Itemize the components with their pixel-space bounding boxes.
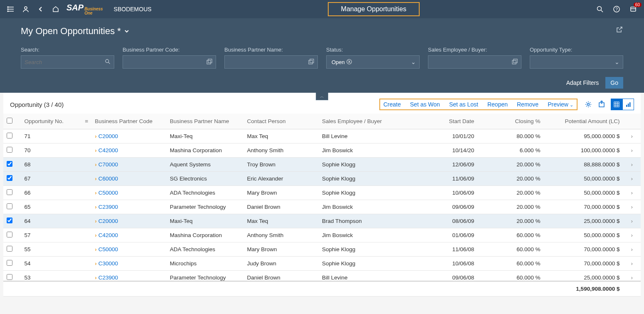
table-row[interactable]: 64›C20000Maxi-TeqMax TeqBrad Thompson08/… xyxy=(3,214,641,228)
cell-potential: 50,000.0000 $ xyxy=(543,228,623,242)
search-input[interactable] xyxy=(21,55,114,69)
cell-contact: Max Teq xyxy=(244,129,319,143)
table-view-icon[interactable] xyxy=(611,99,622,110)
bp-code-link[interactable]: ›C23900 xyxy=(95,204,118,210)
table-row[interactable]: 68›C70000Aquent SystemsTroy BrownSophie … xyxy=(3,158,641,172)
table-row[interactable]: 70›C42000Mashina CorporationAnthony Smit… xyxy=(3,143,641,158)
sap-logo: SAP BusinessOne xyxy=(66,3,103,15)
row-navigate-icon[interactable]: › xyxy=(623,143,641,158)
row-navigate-icon[interactable]: › xyxy=(623,158,641,172)
row-checkbox[interactable] xyxy=(7,133,12,138)
token-clear-icon[interactable]: ⓧ xyxy=(347,58,352,66)
bp-code-link[interactable]: ›C50000 xyxy=(95,246,118,252)
user-icon[interactable] xyxy=(22,5,30,13)
cell-bp-name: Microchips xyxy=(167,257,244,271)
value-help-icon[interactable] xyxy=(512,59,518,66)
cell-potential: 70,000.0000 $ xyxy=(543,242,623,257)
table-row[interactable]: 66›C50000ADA TechnologiesMary BrownSophi… xyxy=(3,186,641,200)
bp-code-link[interactable]: ›C42000 xyxy=(95,232,118,238)
col-contact[interactable]: Contact Person xyxy=(244,114,319,129)
col-sales-employee[interactable]: Sales Employee / Buyer xyxy=(319,114,420,129)
bp-code-link[interactable]: ›C23900 xyxy=(95,274,118,281)
table-row[interactable]: 65›C23900Parameter TechnologyDaniel Brow… xyxy=(3,200,641,214)
help-icon[interactable]: ? xyxy=(612,5,621,13)
row-checkbox[interactable] xyxy=(7,274,12,280)
row-navigate-icon[interactable]: › xyxy=(623,257,641,271)
row-checkbox[interactable] xyxy=(7,203,12,209)
row-checkbox[interactable] xyxy=(7,260,12,266)
bp-name-input[interactable] xyxy=(224,55,318,69)
menu-icon[interactable] xyxy=(7,5,15,13)
svg-rect-11 xyxy=(631,7,636,11)
value-help-icon[interactable] xyxy=(206,59,212,66)
row-navigate-icon[interactable]: › xyxy=(623,186,641,200)
bp-code-link[interactable]: ›C60000 xyxy=(95,176,118,182)
bp-code-link[interactable]: ›C30000 xyxy=(95,260,118,267)
create-button[interactable]: Create xyxy=(383,101,401,108)
table-row[interactable]: 53›C23900Parameter TechnologyDaniel Brow… xyxy=(3,271,641,281)
cell-contact: Daniel Brown xyxy=(244,271,319,281)
row-navigate-icon[interactable]: › xyxy=(623,271,641,281)
col-opportunity-no[interactable]: Opportunity No. ≡ xyxy=(21,114,91,129)
row-navigate-icon[interactable]: › xyxy=(623,228,641,242)
adapt-filters-button[interactable]: Adapt Filters xyxy=(566,79,599,86)
row-navigate-icon[interactable]: › xyxy=(623,214,641,228)
cell-opportunity-no: 71 xyxy=(21,129,91,143)
cell-bp-name: Mashina Corporation xyxy=(167,143,244,158)
bp-code-link[interactable]: ›C50000 xyxy=(95,190,118,196)
bp-code-link[interactable]: ›C20000 xyxy=(95,133,118,139)
opportunity-type-select[interactable]: ⌄ xyxy=(530,55,623,69)
cell-sales-employee: Brad Thompson xyxy=(319,214,420,228)
bp-code-link[interactable]: ›C70000 xyxy=(95,161,118,168)
row-checkbox[interactable] xyxy=(7,218,12,223)
col-closing[interactable]: Closing % xyxy=(477,114,543,129)
bp-code-link[interactable]: ›C42000 xyxy=(95,147,118,153)
view-selector[interactable]: My Open Opportunities * xyxy=(21,26,623,37)
cell-closing: 60.000 % xyxy=(477,271,543,281)
row-checkbox[interactable] xyxy=(7,175,12,181)
table-row[interactable]: 54›C30000MicrochipsJudy BrownSophie Klog… xyxy=(3,257,641,271)
set-won-button[interactable]: Set as Won xyxy=(410,101,440,108)
go-button[interactable]: Go xyxy=(605,77,623,89)
status-token[interactable]: Open ⓧ xyxy=(330,58,354,66)
settings-icon[interactable] xyxy=(584,100,592,109)
col-start-date[interactable]: Start Date xyxy=(420,114,477,129)
sales-employee-input[interactable] xyxy=(428,55,521,69)
back-icon[interactable] xyxy=(37,5,45,13)
reopen-button[interactable]: Reopen xyxy=(487,101,508,108)
preview-button[interactable]: Preview xyxy=(548,101,573,108)
notifications-icon[interactable]: 60 xyxy=(629,5,637,13)
row-navigate-icon[interactable]: › xyxy=(623,129,641,143)
search-icon[interactable] xyxy=(596,5,604,13)
remove-button[interactable]: Remove xyxy=(517,101,538,108)
home-icon[interactable] xyxy=(52,5,60,13)
select-all-checkbox[interactable] xyxy=(7,118,12,124)
value-help-icon[interactable] xyxy=(308,59,314,66)
col-bp-code[interactable]: Business Partner Code xyxy=(91,114,166,129)
col-bp-name[interactable]: Business Partner Name xyxy=(167,114,244,129)
collapse-filter-icon[interactable]: ︿ xyxy=(316,93,328,100)
table-row[interactable]: 67›C60000SG ElectronicsEric AlexanderSop… xyxy=(3,172,641,186)
search-glyph-icon xyxy=(105,59,111,66)
share-icon[interactable] xyxy=(616,26,623,35)
export-icon[interactable] xyxy=(597,100,606,109)
set-lost-button[interactable]: Set as Lost xyxy=(449,101,478,108)
row-navigate-icon[interactable]: › xyxy=(623,172,641,186)
bp-code-link[interactable]: ›C20000 xyxy=(95,218,118,224)
svg-rect-30 xyxy=(626,105,627,107)
row-checkbox[interactable] xyxy=(7,232,12,237)
row-checkbox[interactable] xyxy=(7,246,12,252)
chart-view-icon[interactable] xyxy=(622,99,634,110)
col-potential[interactable]: Potential Amount (LC) xyxy=(543,114,623,129)
table-row[interactable]: 71›C20000Maxi-TeqMax TeqBill Levine10/01… xyxy=(3,129,641,143)
row-checkbox[interactable] xyxy=(7,147,12,153)
table-row[interactable]: 57›C42000Mashina CorporationAnthony Smit… xyxy=(3,228,641,242)
bp-code-input[interactable] xyxy=(123,55,216,69)
status-select[interactable]: Open ⓧ ⌄ xyxy=(326,55,420,69)
row-checkbox[interactable] xyxy=(7,189,12,195)
cell-start-date: 09/06/08 xyxy=(420,271,477,281)
table-row[interactable]: 55›C50000ADA TechnologiesMary BrownSophi… xyxy=(3,242,641,257)
row-navigate-icon[interactable]: › xyxy=(623,242,641,257)
row-checkbox[interactable] xyxy=(7,161,12,167)
row-navigate-icon[interactable]: › xyxy=(623,200,641,214)
